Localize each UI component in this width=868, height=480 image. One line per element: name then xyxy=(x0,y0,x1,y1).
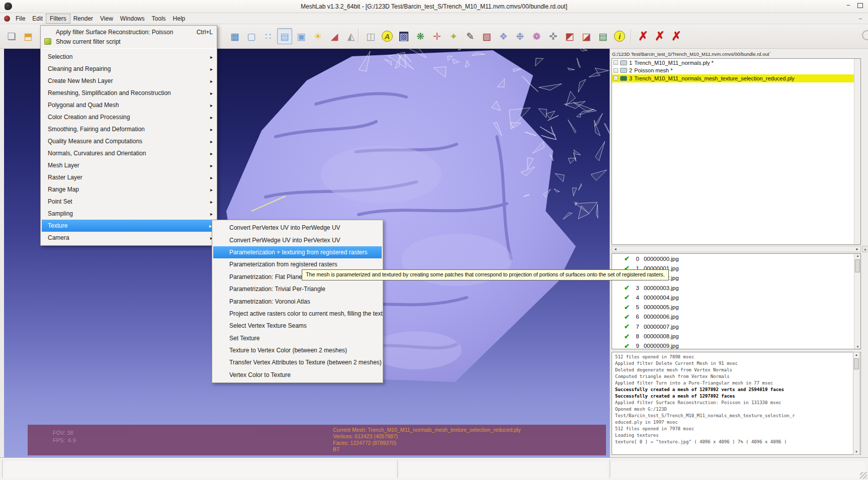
maximize-button[interactable] xyxy=(857,3,863,8)
raster-row[interactable]: ✔ 7 00000007.jpg xyxy=(612,322,860,331)
scrollbar-thumb[interactable] xyxy=(855,259,860,272)
texture-submenu-item[interactable]: Parameterization + texturing from regist… xyxy=(213,246,382,258)
filters-menu-item[interactable]: Cleaning and Repairing ▸ xyxy=(41,63,217,75)
menu-bar-item[interactable]: Windows xyxy=(117,14,148,23)
check-icon[interactable]: ✔ xyxy=(624,342,630,349)
toolbar-button[interactable]: ✎ xyxy=(463,28,478,44)
menu-bar-item[interactable]: View xyxy=(97,14,117,23)
check-icon[interactable]: ✔ xyxy=(624,313,630,321)
toolbar-button[interactable]: ▢ xyxy=(244,28,259,44)
filters-menu-item[interactable]: Camera ▸ xyxy=(41,232,217,244)
menu-bar-item[interactable]: Render xyxy=(70,14,97,23)
mesh-icon[interactable] xyxy=(620,76,627,81)
texture-submenu-item[interactable]: Parametrization: Trivial Per-Triangle xyxy=(212,283,383,295)
raster-row[interactable]: ✔ 4 00000004.jpg xyxy=(612,293,860,302)
check-icon[interactable]: ✔ xyxy=(624,323,630,330)
toolbar-button[interactable]: ❏ xyxy=(4,28,19,44)
raster-list-vscrollbar[interactable]: ▴ ▾ xyxy=(854,254,860,349)
scroll-down-icon[interactable]: ▾ xyxy=(853,450,859,454)
toolbar-button[interactable]: ▦ xyxy=(227,28,242,44)
texture-submenu-item[interactable]: Texture to Vertex Color (between 2 meshe… xyxy=(212,344,383,356)
toolbar-button[interactable]: ✜ xyxy=(546,28,561,44)
expander-icon[interactable]: – xyxy=(614,60,618,65)
texture-submenu-item[interactable]: Convert PerVertex UV into PerWedge UV xyxy=(212,222,383,234)
filters-menu-item[interactable]: Create New Mesh Layer ▸ xyxy=(41,75,217,87)
check-icon[interactable]: ✔ xyxy=(624,333,630,340)
toolbar-button[interactable]: ▤ xyxy=(595,28,611,44)
log-vscrollbar[interactable]: ▴ ▾ xyxy=(853,352,860,455)
check-icon[interactable]: ✔ xyxy=(624,284,630,292)
menu-bar-item[interactable]: File xyxy=(12,14,29,23)
texture-submenu-item[interactable]: Transfer Vertex Attributes to Texture (b… xyxy=(212,356,383,368)
filters-menu-item[interactable]: Range Map ▸ xyxy=(41,183,217,196)
filters-menu-item[interactable]: Point Set ▸ xyxy=(41,196,217,208)
expander-icon[interactable]: – xyxy=(614,68,618,73)
mdi-minimize-button[interactable]: – xyxy=(859,15,862,21)
toolbar-button[interactable]: ◪ xyxy=(579,28,594,44)
layer-list-hscrollbar[interactable]: ◂ ▸ xyxy=(612,246,861,252)
filters-menu-item[interactable]: Texture ▸ xyxy=(42,220,216,232)
menu-bar-item[interactable]: Tools xyxy=(148,14,169,23)
raster-row[interactable]: ✔ 0 00000000.jpg xyxy=(612,254,860,263)
layer-row[interactable]: – 1 Trench_M10_M11_normals.ply * xyxy=(612,59,860,67)
delete-button[interactable]: ✗ xyxy=(636,28,651,44)
filters-menu-item[interactable]: Quality Measure and Computations ▸ xyxy=(41,135,217,147)
filters-menu-item[interactable]: Remeshing, Simplification and Reconstruc… xyxy=(41,87,217,99)
texture-submenu-item[interactable]: Set Texture xyxy=(212,332,383,344)
toolbar-button[interactable]: ▣ xyxy=(294,28,309,44)
toolbar-button[interactable]: ❉ xyxy=(512,28,528,44)
toolbar-button[interactable]: ❁ xyxy=(529,28,544,44)
layer-row[interactable]: – 2 Poisson mesh * xyxy=(612,67,860,75)
texture-submenu-item[interactable]: Vertex Color to Texture xyxy=(212,369,383,381)
toolbar-button[interactable]: A xyxy=(380,28,395,44)
scroll-down-icon[interactable]: ▾ xyxy=(854,345,861,349)
toolbar-button[interactable]: ◩ xyxy=(562,28,577,44)
filters-menu-item[interactable]: Raster Layer ▸ xyxy=(41,171,217,183)
check-icon[interactable]: ✔ xyxy=(624,255,630,262)
check-icon[interactable]: ✔ xyxy=(624,304,630,311)
mesh-icon[interactable] xyxy=(620,68,627,73)
toolbar-button[interactable]: ❋ xyxy=(413,28,428,44)
filters-menu-item[interactable]: Selection ▸ xyxy=(41,51,217,63)
menu-bar-item[interactable]: Edit xyxy=(29,14,46,23)
expander-icon[interactable]: – xyxy=(614,76,618,80)
texture-submenu-item[interactable]: Project active rasters color to current … xyxy=(212,308,383,320)
raster-row[interactable]: ✔ 6 00000006.jpg xyxy=(612,312,860,322)
minimize-button[interactable]: – xyxy=(844,2,852,9)
resize-grip-icon[interactable] xyxy=(860,472,867,479)
toolbar-button[interactable]: ◭ xyxy=(343,28,359,44)
filters-menu-item[interactable]: Mesh Layer ▸ xyxy=(41,159,217,171)
texture-submenu-item[interactable]: Parametrization: Voronoi Atlas xyxy=(212,295,383,307)
delete-button[interactable]: ✗ xyxy=(652,28,667,44)
scrollbar-thumb[interactable] xyxy=(854,358,859,369)
toolbar-button[interactable]: ✦ xyxy=(446,28,461,44)
menu-bar-item[interactable]: Help xyxy=(169,14,189,23)
delete-button[interactable]: ✗ xyxy=(669,28,684,44)
toolbar-button[interactable]: ✛ xyxy=(429,28,445,44)
layer-row[interactable]: – 3 Trench_M10_M11_normals_mesh_texture_… xyxy=(612,74,860,82)
filters-menu-item[interactable]: Normals, Curvatures and Orientation ▸ xyxy=(41,147,217,159)
scroll-up-icon[interactable]: ▴ xyxy=(853,353,859,357)
filters-menu-item[interactable]: Smoothing, Fairing and Deformation ▸ xyxy=(41,123,217,135)
scrollbar-corner[interactable]: ▴ xyxy=(862,246,868,252)
check-icon[interactable]: ✔ xyxy=(624,294,630,301)
raster-row[interactable]: ✔ 5 00000005.jpg xyxy=(612,302,860,312)
raster-row[interactable]: ✔ 9 00000009.jpg xyxy=(612,341,860,349)
texture-submenu-item[interactable]: Parameterization from registered rasters xyxy=(212,258,383,270)
toolbar-button[interactable]: ⬒ xyxy=(21,28,36,44)
menu-bar-item[interactable]: Filters xyxy=(46,14,70,23)
toolbar-button[interactable]: ❖ xyxy=(496,28,511,44)
filters-menu-item[interactable]: Polygonal and Quad Mesh ▸ xyxy=(41,99,217,111)
toolbar-button[interactable]: ▨ xyxy=(396,28,411,44)
mesh-icon[interactable] xyxy=(620,60,627,65)
zoom-icon[interactable] xyxy=(862,30,868,40)
filters-menu-action[interactable]: Show current filter script xyxy=(41,37,217,46)
texture-submenu-item[interactable]: Select Vertex Texture Seams xyxy=(212,320,383,332)
raster-row[interactable]: ✔ 3 00000003.jpg xyxy=(612,283,860,293)
filters-menu-item[interactable]: Sampling ▸ xyxy=(41,208,217,220)
filters-menu-action[interactable]: Apply filter Surface Reconstruction: Poi… xyxy=(41,27,217,37)
scroll-up-icon[interactable]: ▴ xyxy=(854,254,861,258)
scroll-right-icon[interactable]: ▸ xyxy=(854,247,860,251)
toolbar-button[interactable]: ◢ xyxy=(327,28,342,44)
texture-submenu-item[interactable]: Convert PerWedge UV into PerVertex UV xyxy=(212,234,383,246)
